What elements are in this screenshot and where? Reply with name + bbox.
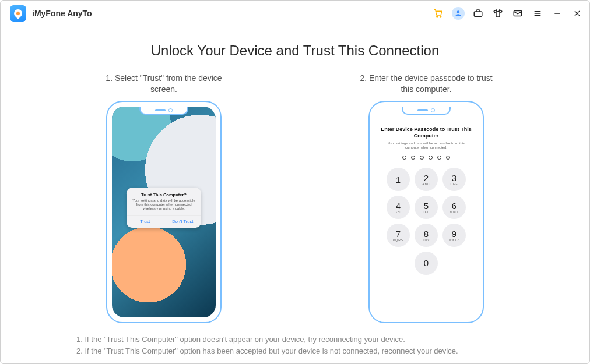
trust-popup-title: Trust This Computer? (127, 188, 201, 199)
svg-point-0 (437, 16, 438, 17)
trust-button[interactable]: Trust (127, 216, 164, 228)
key-8[interactable]: 8TUV (415, 224, 438, 247)
passcode-title: Enter Device Passcode to Trust This Comp… (374, 126, 478, 140)
briefcase-icon[interactable] (472, 7, 484, 20)
page-headline: Unlock Your Device and Trust This Connec… (18, 43, 572, 59)
app-title: iMyFone AnyTo (32, 9, 92, 18)
mail-icon[interactable] (511, 7, 524, 20)
passcode-dot (429, 156, 433, 160)
steps-row: 1. Select "Trust" from the device screen… (18, 73, 572, 323)
key-4[interactable]: 4GHI (387, 196, 410, 219)
keypad: 1 2ABC 3DEF 4GHI 5JKL 6MNO 7PQRS 8TUV 9W… (387, 168, 466, 275)
step-1-caption: 1. Select "Trust" from the device screen… (82, 73, 245, 95)
passcode-dot (411, 156, 415, 160)
cart-icon[interactable] (432, 7, 445, 20)
note-2: 2. If the "Trust This Computer" option h… (76, 345, 514, 357)
phone-notch (402, 107, 451, 115)
phone-screen-1: Trust This Computer? Your settings and d… (112, 107, 216, 317)
trust-popup: Trust This Computer? Your settings and d… (127, 188, 201, 228)
svg-point-1 (440, 16, 441, 17)
key-6[interactable]: 6MNO (442, 196, 466, 219)
passcode-dot (437, 156, 441, 160)
content: Unlock Your Device and Trust This Connec… (1, 26, 589, 364)
app-logo (10, 5, 26, 22)
svg-point-2 (457, 10, 460, 13)
titlebar-left: iMyFone AnyTo (10, 5, 432, 22)
close-icon[interactable] (571, 7, 584, 20)
footer-notes: 1. If the "Trust This Computer" option d… (76, 334, 514, 356)
dont-trust-button[interactable]: Don't Trust (164, 216, 202, 228)
key-5[interactable]: 5JKL (415, 196, 438, 219)
pin-icon (12, 8, 24, 19)
phone-screen-2: Enter Device Passcode to Trust This Comp… (374, 107, 478, 317)
note-1: 1. If the "Trust This Computer" option d… (76, 334, 514, 345)
key-3[interactable]: 3DEF (442, 168, 466, 191)
svg-rect-3 (474, 12, 482, 16)
key-9[interactable]: 9WXYZ (442, 224, 466, 247)
titlebar: iMyFone AnyTo (1, 1, 589, 26)
phone-notch (139, 107, 188, 115)
step-1: 1. Select "Trust" from the device screen… (82, 73, 245, 323)
trust-popup-body: Your settings and data will be accessibl… (127, 199, 201, 215)
passcode-dots (402, 156, 450, 160)
step-2-caption: 2. Enter the device passcode to trust th… (345, 73, 508, 95)
passcode-dot (402, 156, 406, 160)
key-0[interactable]: 0 (415, 252, 438, 275)
titlebar-right (432, 7, 584, 20)
tshirt-icon[interactable] (491, 7, 504, 20)
trust-popup-buttons: Trust Don't Trust (127, 215, 201, 228)
passcode-dot (446, 156, 450, 160)
passcode-screen: Enter Device Passcode to Trust This Comp… (374, 107, 478, 317)
passcode-dot (420, 156, 424, 160)
phone-mock-2: Enter Device Passcode to Trust This Comp… (368, 101, 484, 323)
passcode-sub: Your settings and data will be accessibl… (374, 140, 478, 150)
user-icon[interactable] (452, 7, 465, 20)
step-2: 2. Enter the device passcode to trust th… (345, 73, 508, 323)
key-1[interactable]: 1 (387, 168, 410, 191)
menu-icon[interactable] (531, 7, 544, 20)
key-7[interactable]: 7PQRS (387, 224, 410, 247)
phone-mock-1: Trust This Computer? Your settings and d… (106, 101, 222, 323)
key-2[interactable]: 2ABC (415, 168, 438, 191)
minimize-icon[interactable] (551, 7, 564, 20)
